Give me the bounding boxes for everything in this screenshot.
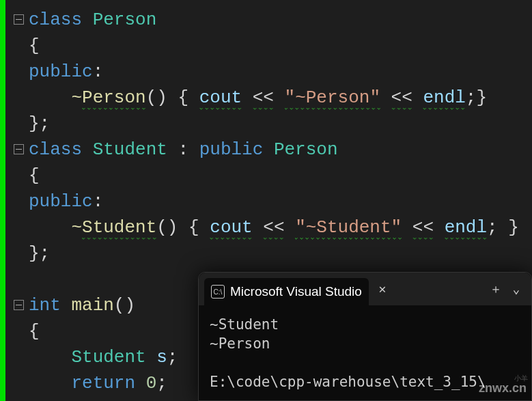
fold-toggle[interactable]: [14, 14, 24, 25]
code-line[interactable]: {: [29, 163, 519, 189]
code-line[interactable]: public:: [29, 189, 519, 215]
fold-toggle[interactable]: [14, 300, 24, 310]
terminal-title: Microsoft Visual Studio: [230, 284, 362, 299]
watermark: znwx.cn: [479, 381, 527, 396]
terminal-tab[interactable]: C:\ Microsoft Visual Studio: [204, 278, 369, 305]
terminal-icon: C:\: [211, 285, 225, 299]
code-line[interactable]: public:: [29, 59, 519, 85]
code-line[interactable]: ~Student() { cout << "~Student" << endl;…: [29, 215, 519, 240]
code-line[interactable]: class Person: [29, 7, 519, 33]
code-line[interactable]: };: [29, 111, 519, 137]
tab-dropdown-button[interactable]: ⌄: [507, 279, 526, 299]
terminal-titlebar[interactable]: C:\ Microsoft Visual Studio ✕ ＋ ⌄: [199, 273, 531, 305]
fold-toggle[interactable]: [14, 144, 24, 154]
change-indicator: [0, 0, 5, 401]
close-tab-button[interactable]: ✕: [373, 279, 392, 299]
code-line[interactable]: {: [29, 33, 519, 59]
new-tab-button[interactable]: ＋: [486, 279, 505, 299]
code-line[interactable]: };: [29, 240, 519, 266]
code-line[interactable]: class Student : public Person: [29, 137, 519, 163]
gutter: [0, 0, 29, 401]
code-line[interactable]: ~Person() { cout << "~Person" << endl;}: [29, 85, 519, 111]
